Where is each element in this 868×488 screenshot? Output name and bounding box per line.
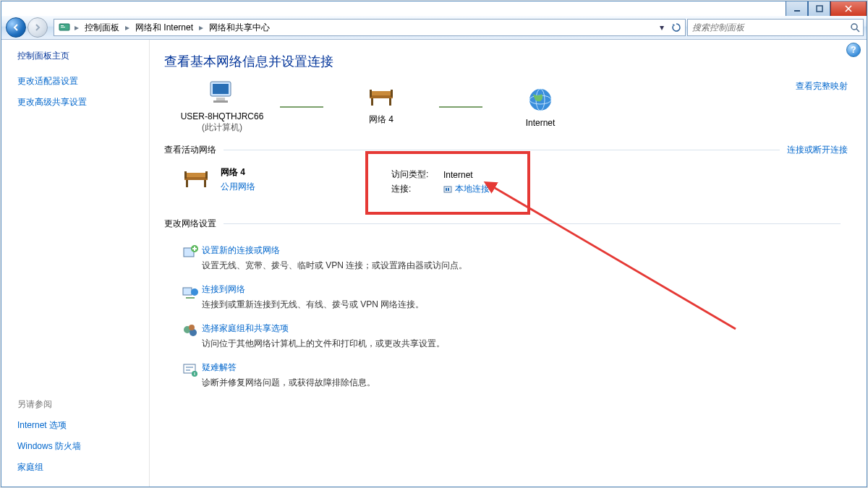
svg-rect-27	[205, 171, 208, 179]
svg-rect-8	[213, 84, 229, 94]
svg-rect-13	[370, 95, 393, 98]
bench-icon	[367, 88, 396, 108]
map-pc-sub: (此计算机)	[164, 121, 280, 134]
link-full-map[interactable]: 查看完整映射	[796, 81, 848, 91]
svg-rect-15	[389, 98, 391, 106]
svg-rect-0	[794, 10, 800, 12]
task-desc: 连接到或重新连接到无线、有线、拨号或 VPN 网络连接。	[202, 299, 424, 311]
map-connector	[280, 105, 323, 109]
content-pane: ? 查看基本网络信息并设置连接 USER-8HQTHJRC66 (此计算机)	[150, 40, 867, 487]
task-title: 选择家庭组和共享选项	[202, 322, 445, 335]
svg-line-6	[856, 29, 859, 32]
network-center-icon	[59, 22, 70, 33]
refresh-button[interactable]	[669, 20, 684, 35]
search-input[interactable]	[688, 22, 847, 33]
chevron-right-icon: ▸	[197, 22, 205, 33]
link-connect-disconnect[interactable]: 连接或断开连接	[787, 144, 848, 156]
task-title: 设置新的连接或网络	[202, 244, 467, 257]
window: ▸ 控制面板 ▸ 网络和 Internet ▸ 网络和共享中心 ▾ 控制面板主页…	[1, 1, 867, 487]
map-connector	[439, 105, 482, 109]
active-network: 网络 4 公用网络 访问类型: Internet 连接:	[182, 166, 848, 197]
svg-rect-25	[204, 180, 206, 187]
sidebar-internet-options[interactable]: Internet 选项	[17, 419, 140, 432]
svg-point-34	[191, 288, 198, 296]
address-bar[interactable]: ▸ 控制面板 ▸ 网络和 Internet ▸ 网络和共享中心 ▾	[54, 19, 686, 36]
svg-point-37	[189, 325, 195, 330]
map-net-name: 网络 4	[323, 114, 439, 126]
svg-rect-22	[184, 173, 208, 177]
navbar: ▸ 控制面板 ▸ 网络和 Internet ▸ 网络和共享中心 ▾	[1, 16, 867, 40]
active-network-name: 网络 4	[221, 166, 255, 179]
svg-rect-33	[183, 288, 192, 295]
svg-rect-30	[448, 188, 449, 191]
map-node-internet: Internet	[482, 87, 598, 128]
section-active-header: 查看活动网络	[164, 144, 216, 156]
svg-rect-10	[213, 100, 228, 103]
task-desc: 访问位于其他网络计算机上的文件和打印机，或更改共享设置。	[202, 338, 445, 350]
network-map: USER-8HQTHJRC66 (此计算机) 网络 4	[164, 80, 848, 134]
search-box[interactable]	[687, 19, 864, 36]
back-button[interactable]	[6, 17, 26, 38]
task-desc: 诊断并修复网络问题，或获得故障排除信息。	[202, 377, 375, 389]
globe-icon	[527, 87, 553, 113]
address-dropdown[interactable]: ▾	[655, 20, 669, 35]
value-access-type: Internet	[443, 168, 473, 181]
page-title: 查看基本网络信息并设置连接	[164, 53, 848, 70]
sidebar-change-adapter[interactable]: 更改适配器设置	[17, 75, 140, 87]
svg-point-5	[851, 24, 857, 30]
computer-icon	[208, 80, 237, 106]
maximize-button[interactable]	[808, 1, 830, 17]
map-pc-name: USER-8HQTHJRC66	[164, 111, 280, 121]
task-title: 疑难解答	[202, 361, 375, 374]
svg-rect-1	[817, 6, 822, 12]
label-connection: 连接:	[391, 183, 443, 195]
sidebar-see-also-header: 另请参阅	[17, 398, 140, 411]
breadcrumb-network-internet[interactable]: 网络和 Internet	[131, 20, 197, 35]
homegroup-icon	[182, 322, 202, 350]
sidebar-windows-firewall[interactable]: Windows 防火墙	[17, 440, 140, 453]
task-troubleshoot[interactable]: 疑难解答诊断并修复网络问题，或获得故障排除信息。	[182, 361, 848, 389]
sidebar-homegroup[interactable]: 家庭组	[17, 461, 140, 474]
map-internet-label: Internet	[482, 118, 598, 128]
breadcrumb-control-panel[interactable]: 控制面板	[80, 20, 124, 35]
nic-icon	[443, 185, 452, 194]
active-network-type[interactable]: 公用网络	[221, 181, 255, 193]
label-access-type: 访问类型:	[391, 168, 443, 181]
task-new-connection[interactable]: 设置新的连接或网络设置无线、宽带、拨号、临时或 VPN 连接；或设置路由器或访问…	[182, 244, 848, 272]
help-icon[interactable]: ?	[846, 43, 861, 57]
task-homegroup[interactable]: 选择家庭组和共享选项访问位于其他网络计算机上的文件和打印机，或更改共享设置。	[182, 322, 848, 350]
svg-rect-16	[370, 90, 372, 97]
sidebar-home[interactable]: 控制面板主页	[17, 50, 140, 62]
svg-rect-24	[186, 180, 188, 187]
svg-rect-17	[391, 90, 393, 97]
bench-icon	[182, 170, 210, 190]
breadcrumb-sharing-center[interactable]: 网络和共享中心	[205, 20, 274, 35]
chevron-right-icon: ▸	[73, 22, 80, 33]
connect-icon	[182, 283, 202, 311]
close-button[interactable]	[830, 1, 867, 17]
wizard-icon	[182, 244, 202, 272]
forward-button[interactable]	[27, 17, 48, 38]
chevron-right-icon: ▸	[124, 22, 131, 33]
task-title: 连接到网络	[202, 283, 424, 296]
task-desc: 设置无线、宽带、拨号、临时或 VPN 连接；或设置路由器或访问点。	[202, 260, 467, 272]
search-icon[interactable]	[847, 20, 863, 35]
minimize-button[interactable]	[786, 1, 808, 17]
svg-rect-9	[216, 98, 225, 100]
svg-rect-3	[61, 25, 64, 26]
svg-rect-14	[371, 98, 373, 106]
window-controls	[786, 1, 867, 16]
svg-rect-23	[184, 177, 208, 180]
map-node-network: 网络 4	[323, 88, 439, 126]
svg-rect-12	[370, 91, 393, 95]
task-connect-network[interactable]: 连接到网络连接到或重新连接到无线、有线、拨号或 VPN 网络连接。	[182, 283, 848, 311]
map-node-this-pc: USER-8HQTHJRC66 (此计算机)	[164, 80, 280, 134]
svg-rect-29	[446, 188, 447, 191]
link-local-connection[interactable]: 本地连接	[455, 183, 490, 195]
svg-rect-4	[61, 27, 65, 27]
sidebar: 控制面板主页 更改适配器设置 更改高级共享设置 另请参阅 Internet 选项…	[1, 40, 150, 487]
section-settings-header: 更改网络设置	[164, 218, 216, 230]
troubleshoot-icon	[182, 361, 202, 389]
svg-rect-26	[184, 171, 187, 179]
sidebar-advanced-sharing[interactable]: 更改高级共享设置	[17, 96, 140, 108]
